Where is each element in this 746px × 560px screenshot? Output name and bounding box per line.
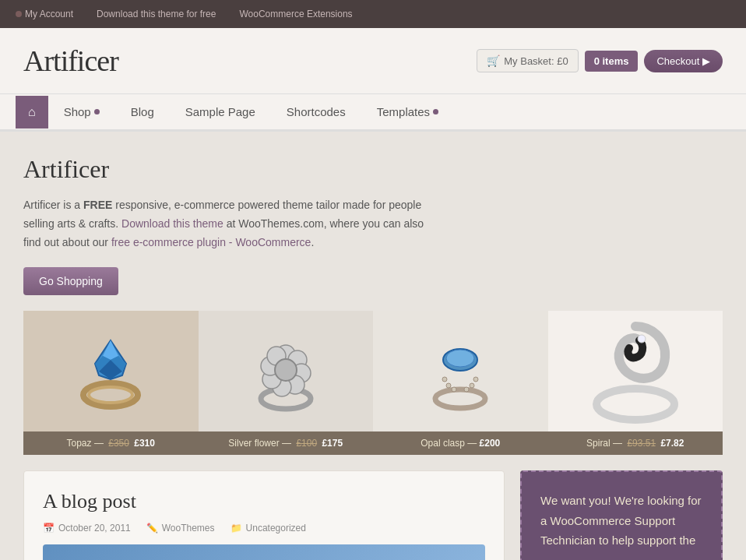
product-opal-name: Opal clasp <box>421 438 465 449</box>
blog-date: 📅 October 20, 2011 <box>43 523 131 534</box>
product-spiral-new-price: £7.82 <box>660 438 684 449</box>
nav-shop[interactable]: Shop <box>48 94 115 129</box>
nav-shortcodes[interactable]: Shortcodes <box>271 94 361 129</box>
hero-title: Artificer <box>23 155 428 184</box>
svg-point-23 <box>464 387 469 392</box>
blog-post-meta: 📅 October 20, 2011 ✏️ WooThemes 📁 Uncate… <box>43 523 485 534</box>
svg-point-16 <box>275 359 297 381</box>
svg-point-24 <box>470 383 474 388</box>
svg-point-1 <box>89 387 132 403</box>
svg-point-26 <box>596 389 674 420</box>
product-silver-flower[interactable]: Silver flower — £100 £175 <box>199 311 374 455</box>
nav-templates-dot <box>433 109 438 114</box>
blog-author: ✏️ WooThemes <box>146 523 215 534</box>
opal-ring-svg <box>413 317 507 426</box>
blog-section: A blog post 📅 October 20, 2011 ✏️ WooThe… <box>23 470 723 560</box>
product-topaz-new-price: £310 <box>134 438 155 449</box>
basket-label: 🛒 My Basket: £0 <box>477 49 578 72</box>
product-opal-new-price: £200 <box>480 438 501 449</box>
svg-point-27 <box>638 335 646 343</box>
sidebar-ad: We want you! We're looking for a WooComm… <box>520 470 723 560</box>
product-spiral[interactable]: Spiral — £93.51 £7.82 <box>548 311 723 455</box>
my-account-link[interactable]: My Account <box>16 9 73 19</box>
svg-point-19 <box>446 350 474 367</box>
hero-description: Artificer is a FREE responsive, e-commer… <box>23 196 428 252</box>
author-icon: ✏️ <box>146 523 158 534</box>
nav-shop-dot <box>94 109 100 114</box>
blog-image <box>43 544 485 560</box>
sidebar-ad-text: We want you! We're looking for a WooComm… <box>540 491 702 551</box>
product-opal-clasp[interactable]: Opal clasp — £200 <box>373 311 548 455</box>
topaz-ring-svg <box>64 317 157 426</box>
svg-point-22 <box>452 387 456 392</box>
svg-point-17 <box>435 389 485 408</box>
product-topaz-name: Topaz <box>67 438 92 449</box>
main-content: Artificer Artificer is a FREE responsive… <box>0 132 746 560</box>
download-link[interactable]: Download this theme <box>121 217 223 230</box>
blog-post-title: A blog post <box>43 490 485 513</box>
product-spiral-name: Spiral <box>586 438 611 449</box>
home-icon: ⌂ <box>28 105 36 119</box>
product-opal-label: Opal clasp — £200 <box>373 431 548 455</box>
nav-templates-label: Templates <box>377 105 430 118</box>
product-flower-image <box>199 311 374 431</box>
products-featured-area: Topaz — £350 £310 <box>23 311 723 455</box>
woocommerce-link[interactable]: free e-commerce plugin - WooCommerce <box>111 236 311 248</box>
product-spiral-old-price: £93.51 <box>627 438 656 449</box>
product-spiral-image <box>548 311 723 431</box>
nav-shop-label: Shop <box>64 105 91 118</box>
hero-text: Artificer Artificer is a FREE responsive… <box>23 155 428 295</box>
checkout-button[interactable]: Checkout ▶ <box>644 50 723 72</box>
product-topaz[interactable]: Topaz — £350 £310 <box>23 311 199 455</box>
blog-category: 📁 Uncategorized <box>230 523 306 534</box>
site-title: Artificer <box>23 44 118 78</box>
svg-point-21 <box>446 383 451 388</box>
svg-point-20 <box>442 377 447 382</box>
spiral-ring-svg <box>573 311 698 431</box>
products-grid: Topaz — £350 £310 <box>23 311 723 455</box>
product-topaz-image <box>23 311 199 431</box>
product-topaz-label: Topaz — £350 £310 <box>23 431 199 455</box>
product-flower-name: Silver flower <box>228 438 279 449</box>
nav-templates[interactable]: Templates <box>361 94 454 129</box>
items-badge: 0 items <box>585 51 639 72</box>
product-flower-new-price: £175 <box>322 438 343 449</box>
svg-point-25 <box>473 377 478 382</box>
product-opal-image <box>373 311 548 431</box>
cart-icon: 🛒 <box>487 55 500 67</box>
category-icon: 📁 <box>230 523 242 534</box>
calendar-icon: 📅 <box>43 523 55 534</box>
products-left: Topaz — £350 £310 <box>23 311 723 455</box>
nav-sample-page-label: Sample Page <box>185 105 255 118</box>
account-dot <box>16 11 22 17</box>
site-header: Artificer 🛒 My Basket: £0 0 items Checko… <box>0 28 746 94</box>
hero-section: Artificer Artificer is a FREE responsive… <box>23 147 723 311</box>
flower-ring-svg <box>239 317 333 426</box>
product-flower-label: Silver flower — £100 £175 <box>199 431 374 455</box>
main-nav: ⌂ Shop Blog Sample Page Shortcodes Templ… <box>0 94 746 132</box>
nav-blog-label: Blog <box>131 105 154 118</box>
nav-shortcodes-label: Shortcodes <box>287 105 346 118</box>
blog-post: A blog post 📅 October 20, 2011 ✏️ WooThe… <box>23 470 505 560</box>
product-spiral-label: Spiral — £93.51 £7.82 <box>548 431 723 455</box>
download-theme-link[interactable]: Download this theme for free <box>97 9 216 19</box>
top-bar: My Account Download this theme for free … <box>0 0 746 28</box>
go-shopping-button[interactable]: Go Shopping <box>23 267 118 295</box>
product-flower-old-price: £100 <box>296 438 317 449</box>
product-topaz-old-price: £350 <box>108 438 129 449</box>
nav-sample-page[interactable]: Sample Page <box>170 94 271 129</box>
nav-blog[interactable]: Blog <box>115 94 170 129</box>
basket-area: 🛒 My Basket: £0 0 items Checkout ▶ <box>477 49 723 72</box>
woocommerce-extensions-link[interactable]: WooCommerce Extensions <box>239 9 352 19</box>
home-nav-button[interactable]: ⌂ <box>16 96 48 129</box>
